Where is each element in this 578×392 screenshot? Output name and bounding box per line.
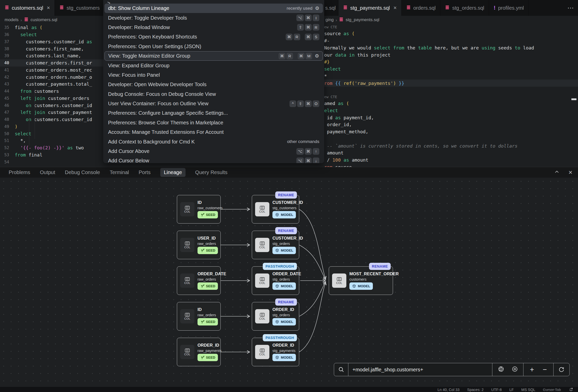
code-line[interactable]: amed as ( (324, 100, 578, 107)
tab-profiles-yml[interactable]: !profiles.yml (489, 0, 529, 16)
code-line[interactable]: -- `amount` is currently stored in cents… (324, 142, 578, 149)
gear-icon[interactable]: ⚙ (315, 53, 319, 59)
code-line[interactable]: 54 (0, 158, 103, 165)
code-line[interactable]: our data in this project (324, 51, 578, 58)
code-line[interactable] (324, 87, 578, 94)
palette-item[interactable]: Developer: Toggle Developer Tools⌥⌘I (104, 13, 323, 22)
chevron-up-icon[interactable] (554, 169, 560, 176)
palette-item[interactable]: dbt: Show Column Lineagerecently used⚙ (104, 4, 323, 13)
lineage-node-order_date-stg_orders[interactable]: PASSTHROUGHCOLORDER_DATEstg_ordersMODEL (252, 266, 299, 295)
status-item-ln-40-col-33[interactable]: Ln 40, Col 33 (438, 388, 459, 392)
status-item-utf-8[interactable]: UTF-8 (491, 388, 502, 392)
lineage-node-id-raw_orders[interactable]: COLIDraw_ordersSEED (177, 302, 221, 331)
tab-stg-payments-sql[interactable]: stg_payments.sql× (338, 0, 402, 16)
close-tab-icon[interactable]: × (47, 5, 50, 11)
code-line[interactable]: 52 '{{- foo(2) -}}' as two (0, 144, 103, 151)
breadcrumb-root[interactable]: models (5, 17, 19, 22)
code-line[interactable]: 37 customers.customer_id as (0, 38, 103, 45)
code-line[interactable]: rom source (324, 164, 578, 167)
code-line[interactable]: 44 from customers (0, 88, 103, 95)
code-line[interactable]: 43 customer_payments.total_ (0, 81, 103, 88)
code-line[interactable]: #- (324, 37, 578, 44)
code-line[interactable]: 46 on customers.customer_id (0, 102, 103, 109)
code-line[interactable]: amount (324, 149, 578, 156)
lineage-node-customer_id-stg_orders[interactable]: RENAMECOLCUSTOMER_IDstg_ordersMODEL (252, 231, 299, 259)
code-line[interactable] (324, 135, 578, 142)
palette-item[interactable]: Preferences: Open Keyboard Shortcuts⌘R⌘S (104, 32, 323, 42)
lineage-node-user_id-raw_orders[interactable]: COLUSER_IDraw_ordersSEED (177, 231, 221, 259)
palette-item[interactable]: Add Context to Background for Cmd Kother… (104, 137, 323, 146)
code-line[interactable]: source as ( (324, 30, 578, 37)
codelens-line[interactable]: ew CTE (324, 94, 578, 100)
code-line[interactable]: 53from final (0, 151, 103, 159)
command-palette[interactable]: > dbt: Show Column Lineagerecently used⚙… (103, 0, 324, 163)
panel-tab-output[interactable]: Output (40, 169, 55, 175)
tab-stg-orders-sql[interactable]: stg_orders.sql (440, 0, 489, 16)
status-item-lf[interactable]: LF (509, 388, 514, 392)
palette-item[interactable]: Developer: Reload Window⇧⌘R (104, 23, 323, 32)
code-line[interactable]: 41 customer_orders.most_rec (0, 67, 103, 74)
palette-item[interactable]: Preferences: Browse Color Themes in Mark… (104, 118, 323, 127)
aperture-icon[interactable] (498, 366, 504, 373)
code-line[interactable]: payment_method, (324, 128, 578, 135)
lineage-node-order_id-stg_payments[interactable]: PASSTHROUGHCOLORDER_IDstg_paymentsMODEL (252, 338, 299, 366)
code-line[interactable]: #} (324, 58, 578, 66)
code-line[interactable]: order_id, (324, 121, 578, 128)
code-line[interactable]: elect (324, 107, 578, 114)
panel-tab-ports[interactable]: Ports (139, 169, 151, 175)
lineage-canvas[interactable]: + − COLIDraw_customersSEEDCOLUSER_IDraw_… (0, 178, 578, 387)
refresh-button[interactable] (554, 363, 569, 376)
palette-item[interactable]: View: Expand Editor Group (104, 61, 323, 70)
status-item-cursor-tab[interactable]: Cursor Tab (543, 388, 561, 392)
zoom-in-button[interactable]: + (530, 366, 534, 373)
more-tabs-icon[interactable]: ⋯ (567, 0, 574, 16)
lineage-node-order_date-raw_orders[interactable]: COLORDER_DATEraw_ordersSEED (177, 266, 221, 295)
close-tab-icon[interactable]: × (393, 5, 397, 11)
code-line[interactable]: 48 on customers.customer_id (0, 116, 103, 123)
palette-item[interactable]: Preferences: Configure Language Specific… (104, 108, 323, 118)
code-line[interactable]: 50select (0, 130, 103, 137)
code-line[interactable]: 51 *, (0, 137, 103, 144)
tab-orders-sql[interactable]: orders.sql (402, 0, 441, 16)
codelens-line[interactable]: ew CTE (324, 24, 578, 30)
lineage-node-order_id-stg_orders[interactable]: RENAMECOLORDER_IDstg_ordersMODEL (252, 302, 299, 331)
code-area-right[interactable]: ew CTEsource as (#-Normally we would sel… (324, 24, 578, 167)
breadcrumb-file[interactable]: stg_payments.sql (346, 17, 379, 22)
palette-item[interactable]: Debug Console: Focus on Debug Console Vi… (104, 89, 323, 99)
code-area-left[interactable]: 35final as (36 select37 customers.custom… (0, 24, 103, 165)
lineage-search-input[interactable] (352, 367, 492, 373)
panel-tab-problems[interactable]: Problems (9, 169, 30, 175)
code-line[interactable]: 40 customer_orders.first_or (0, 59, 103, 67)
palette-item[interactable]: User View Container: Focus on Outline Vi… (104, 99, 323, 108)
code-line[interactable]: 47 left join customer_payment (0, 109, 103, 116)
lineage-node-customer_id-stg_customers[interactable]: RENAMECOLCUSTOMER_IDstg_customersMODEL (252, 195, 299, 224)
palette-item[interactable]: Developer: Open Webview Developer Tools (104, 80, 323, 89)
code-line[interactable]: * (324, 73, 578, 80)
palette-item[interactable]: View: Focus into Panel (104, 70, 323, 80)
code-line[interactable]: select (324, 66, 578, 73)
code-line[interactable]: rom {{ ref('raw_payments') }} (324, 80, 578, 87)
codelens-label[interactable]: ew CTE (324, 25, 337, 29)
breadcrumb-left[interactable]: models › customers.sql (0, 16, 103, 24)
code-line[interactable]: id as payment_id, (324, 114, 578, 121)
breadcrumb-file[interactable]: customers.sql (31, 17, 57, 22)
palette-item[interactable]: Add Cursor Above⌥⌘↑ (104, 147, 323, 156)
editor-right[interactable]: ging › stg_payments.sql ew CTEsource as … (324, 16, 578, 167)
code-line[interactable]: 45 left join customer_orders (0, 95, 103, 102)
bell-icon[interactable] (569, 387, 573, 392)
status-item-ms-sql[interactable]: MS SQL (521, 388, 535, 392)
code-line[interactable]: / 100 as amount (324, 156, 578, 164)
lineage-node-order_id-raw_payments[interactable]: COLORDER_IDraw_paymentsSEED (177, 338, 221, 366)
close-panel-icon[interactable]: × (569, 168, 572, 176)
lineage-node-most_recent_order-customers[interactable]: RENAMECOLMOST_RECENT_ORDERcustomersMODEL (329, 266, 393, 295)
gear-icon[interactable]: ⚙ (315, 5, 319, 11)
palette-item[interactable]: Preferences: Open User Settings (JSON) (104, 42, 323, 51)
code-line[interactable]: 49) (0, 123, 103, 130)
breadcrumb-root[interactable]: ging (325, 17, 334, 22)
tab-stg-customers[interactable]: stg_customers (55, 0, 104, 16)
focus-icon[interactable] (511, 366, 518, 373)
code-line[interactable]: 42 customer_orders.number_o (0, 73, 103, 81)
code-line[interactable]: Normally we would select from the table … (324, 44, 578, 51)
breadcrumb-right[interactable]: ging › stg_payments.sql (324, 16, 578, 24)
zoom-out-button[interactable]: − (543, 366, 547, 373)
